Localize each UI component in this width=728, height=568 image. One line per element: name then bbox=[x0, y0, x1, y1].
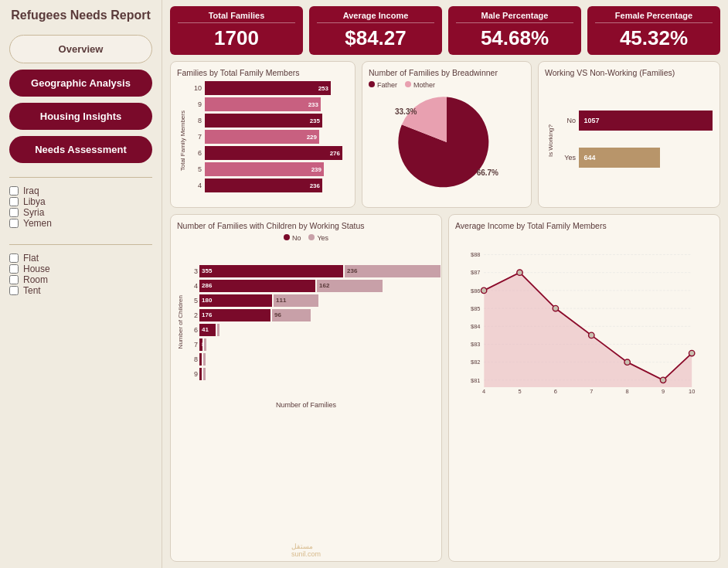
svg-text:7: 7 bbox=[590, 388, 593, 395]
svg-text:$86: $86 bbox=[471, 287, 480, 294]
checkbox-syria[interactable] bbox=[9, 208, 19, 217]
svg-text:$82: $82 bbox=[471, 359, 480, 366]
h-bar-row-No: No 1057 bbox=[560, 111, 713, 131]
svg-text:10: 10 bbox=[689, 388, 695, 395]
kpi-row: Total Families1700Average Income$84.27Ma… bbox=[170, 6, 720, 55]
housing-checkbox-room[interactable]: Room bbox=[9, 274, 152, 285]
checkbox-libya[interactable] bbox=[9, 197, 19, 206]
bar-row-4: 4 236 bbox=[191, 179, 349, 192]
kpi-total-families: Total Families1700 bbox=[170, 6, 303, 55]
svg-text:5: 5 bbox=[518, 388, 521, 395]
chart5-title: Average Income by Total Family Members bbox=[455, 221, 713, 230]
bar-row-7: 7 229 bbox=[191, 130, 349, 144]
grouped-bar-row-7: 7 8 bbox=[187, 338, 441, 351]
country-checkbox-iraq[interactable]: Iraq bbox=[9, 185, 152, 196]
housing-checkbox-house[interactable]: House bbox=[9, 264, 152, 274]
main-content: Total Families1700Average Income$84.27Ma… bbox=[162, 0, 728, 568]
bar-row-6: 6 276 bbox=[191, 146, 349, 160]
sidebar: Refugees Needs Report OverviewGeographic… bbox=[0, 0, 162, 568]
grouped-bar-row-4: 4 286 162 bbox=[187, 280, 441, 292]
chart4-x-axis: Number of Families bbox=[177, 401, 435, 409]
chart3-axis-label: Is Working? bbox=[547, 124, 554, 157]
countries-filter: Iraq Libya Syria Yemen bbox=[9, 185, 152, 229]
checkbox-room[interactable] bbox=[9, 275, 19, 284]
grouped-bar-row-5: 5 180 111 bbox=[187, 294, 441, 307]
grouped-bar-row-9: 9 bbox=[187, 368, 441, 380]
svg-text:8: 8 bbox=[626, 388, 629, 395]
chart4-legend: No Yes bbox=[177, 234, 435, 242]
svg-text:$84: $84 bbox=[471, 323, 480, 330]
h-bar-row-Yes: Yes 644 bbox=[560, 148, 713, 168]
watermark: مستقلsunil.com bbox=[291, 542, 321, 558]
country-checkbox-libya[interactable]: Libya bbox=[9, 196, 152, 207]
svg-text:$83: $83 bbox=[471, 341, 480, 348]
checkbox-yemen[interactable] bbox=[9, 219, 19, 228]
kpi-male-percentage: Male Percentage54.68% bbox=[448, 6, 581, 55]
svg-text:4: 4 bbox=[482, 388, 485, 395]
chart4-y-axis: Number of Children bbox=[177, 295, 184, 349]
chart4-title: Number of Families with Children by Work… bbox=[177, 221, 435, 230]
pie-chart: 33.3% 66.7% bbox=[389, 92, 505, 192]
nav-item-geographic-analysis[interactable]: Geographic Analysis bbox=[9, 70, 152, 97]
checkbox-iraq[interactable] bbox=[9, 186, 19, 196]
bar-row-9: 9 233 bbox=[191, 97, 349, 111]
svg-text:$87: $87 bbox=[471, 269, 480, 276]
sidebar-divider2 bbox=[9, 244, 152, 245]
svg-text:$88: $88 bbox=[471, 251, 480, 258]
housing-checkbox-flat[interactable]: Flat bbox=[9, 253, 152, 264]
svg-point-32 bbox=[689, 350, 694, 355]
chart2-title: Number of Families by Breadwinner bbox=[369, 68, 525, 77]
svg-point-27 bbox=[517, 270, 522, 275]
bar-row-10: 10 253 bbox=[191, 81, 349, 95]
svg-point-30 bbox=[624, 359, 630, 365]
pie-legend: Father Mother bbox=[369, 81, 525, 89]
housing-checkbox-tent[interactable]: Tent bbox=[9, 285, 152, 296]
housing-filter: Flat House Room Tent bbox=[9, 253, 152, 296]
working-chart: Working VS Non-Working (Families) Is Wor… bbox=[538, 61, 720, 208]
father-pct: 66.7% bbox=[477, 168, 498, 177]
checkbox-flat[interactable] bbox=[9, 253, 19, 263]
svg-text:9: 9 bbox=[662, 388, 665, 395]
kpi-female-percentage: Female Percentage45.32% bbox=[587, 6, 720, 55]
income-by-members-chart: Average Income by Total Family Members bbox=[448, 214, 720, 562]
svg-point-26 bbox=[481, 287, 486, 293]
bottom-charts-row: Number of Families with Children by Work… bbox=[170, 214, 720, 562]
svg-text:$81: $81 bbox=[471, 377, 480, 384]
bar-row-8: 8 235 bbox=[191, 114, 349, 128]
breadwinner-chart: Number of Families by Breadwinner Father… bbox=[362, 61, 532, 208]
mother-pct: 33.3% bbox=[395, 107, 417, 116]
grouped-bar-row-6: 6 41 bbox=[187, 324, 441, 336]
sidebar-divider bbox=[9, 177, 152, 178]
nav-item-overview[interactable]: Overview bbox=[9, 35, 152, 63]
sidebar-title: Refugees Needs Report bbox=[9, 8, 152, 24]
chart1-title: Families by Total Family Members bbox=[177, 68, 349, 77]
kpi-average-income: Average Income$84.27 bbox=[309, 6, 442, 55]
svg-point-31 bbox=[660, 377, 665, 383]
charts-row-1: Families by Total Family Members Total F… bbox=[170, 61, 720, 208]
bar-row-5: 5 239 bbox=[191, 162, 349, 176]
families-by-members-chart: Families by Total Family Members Total F… bbox=[170, 61, 355, 208]
chart1-axis-label: Total Family Members bbox=[179, 111, 186, 171]
country-checkbox-yemen[interactable]: Yemen bbox=[9, 218, 152, 229]
nav-item-needs-assessment[interactable]: Needs Assessment bbox=[9, 136, 152, 163]
checkbox-tent[interactable] bbox=[9, 286, 19, 295]
checkbox-house[interactable] bbox=[9, 264, 19, 274]
children-working-chart: Number of Families with Children by Work… bbox=[170, 214, 442, 562]
grouped-bar-row-8: 8 4 bbox=[187, 353, 441, 366]
chart3-title: Working VS Non-Working (Families) bbox=[545, 68, 713, 77]
svg-text:$85: $85 bbox=[471, 305, 480, 312]
grouped-bar-row-2: 2 176 96 bbox=[187, 309, 441, 321]
line-chart: $81 $82 $83 $84 $85 $86 $87 $88 4 5 6 7 … bbox=[455, 234, 713, 404]
nav-item-housing-insights[interactable]: Housing Insights bbox=[9, 103, 152, 130]
svg-point-28 bbox=[553, 305, 558, 311]
country-checkbox-syria[interactable]: Syria bbox=[9, 207, 152, 218]
grouped-bar-row-3: 3 355 236 bbox=[187, 265, 441, 277]
svg-point-29 bbox=[589, 332, 594, 338]
svg-text:6: 6 bbox=[554, 388, 557, 395]
svg-marker-25 bbox=[484, 273, 692, 387]
